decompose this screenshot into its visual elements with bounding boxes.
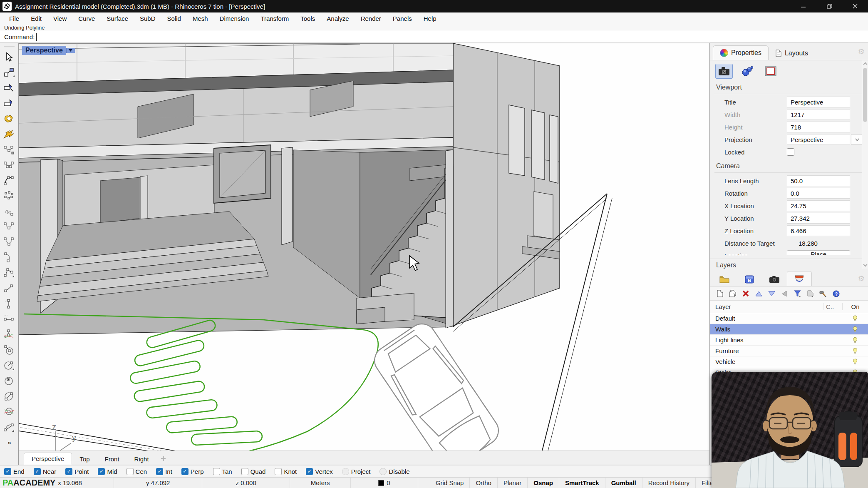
osnap-perp[interactable]: ✓Perp — [181, 468, 204, 475]
filter-layers-icon[interactable] — [793, 289, 802, 298]
tab-perspective[interactable]: Perspective — [24, 453, 72, 465]
projection-select[interactable]: Perspective — [787, 134, 850, 145]
tab-right[interactable]: Right — [127, 453, 156, 465]
place-camera-button[interactable]: Place — [787, 250, 850, 255]
circle-tangent-lines-icon[interactable] — [2, 404, 16, 419]
trim-icon[interactable] — [2, 80, 16, 96]
toggle-planar[interactable]: Planar — [498, 478, 528, 488]
layer-row-light-lines[interactable]: Light lines — [710, 335, 868, 346]
layers-gear-icon[interactable]: ⚙ — [858, 274, 865, 283]
toggle-record-history[interactable]: Record History — [642, 478, 696, 488]
tab-front[interactable]: Front — [97, 453, 127, 465]
menu-mesh[interactable]: Mesh — [187, 13, 214, 24]
checkbox-checked-icon[interactable]: ✓ — [156, 468, 163, 475]
arc-blend-icon[interactable] — [2, 173, 16, 188]
menu-file[interactable]: File — [3, 13, 25, 24]
collapse-icon[interactable] — [780, 289, 789, 298]
lightbulb-on-icon[interactable] — [842, 347, 868, 354]
checkbox-checked-icon[interactable]: ✓ — [98, 468, 105, 475]
menu-transform[interactable]: Transform — [255, 13, 295, 24]
line-segments-icon[interactable] — [2, 311, 16, 327]
polyline-icon[interactable] — [2, 265, 16, 281]
split-icon[interactable] — [2, 96, 16, 111]
toolbar-grip[interactable] — [4, 46, 15, 47]
checkbox-empty-icon[interactable] — [241, 468, 248, 475]
folder-tab-icon[interactable] — [712, 273, 737, 286]
osnap-cen[interactable]: Cen — [126, 468, 147, 475]
lightbulb-on-icon[interactable] — [842, 336, 868, 344]
circle-radius-icon[interactable] — [2, 358, 16, 373]
checkbox-disabled-icon[interactable] — [342, 468, 349, 475]
osnap-tan[interactable]: Tan — [213, 468, 232, 475]
viewport[interactable]: Perspective — [18, 43, 710, 465]
osnap-int[interactable]: ✓Int — [156, 468, 172, 475]
match-layer-icon[interactable] — [806, 289, 815, 298]
osnap-end[interactable]: ✓End — [4, 468, 25, 475]
layer-row-walls[interactable]: Walls — [710, 324, 868, 335]
menu-help[interactable]: Help — [418, 13, 442, 24]
viewport-title-dropdown[interactable] — [66, 48, 75, 53]
toggle-grid-snap[interactable]: Grid Snap — [430, 478, 470, 488]
checkbox-checked-icon[interactable]: ✓ — [181, 468, 188, 475]
arc-icon[interactable] — [2, 419, 16, 435]
rebuild-curve-icon[interactable] — [2, 157, 16, 173]
circle-point-icon[interactable] — [2, 373, 16, 388]
curve-freeform-icon[interactable] — [2, 250, 16, 265]
line-normal-icon[interactable] — [2, 327, 16, 342]
sketch-curve-icon[interactable] — [2, 204, 16, 219]
viewport-canvas[interactable]: z y x — [19, 43, 709, 451]
curve-v-icon[interactable] — [2, 219, 16, 234]
osnap-disable[interactable]: Disable — [379, 468, 409, 475]
width-field[interactable]: 1217 — [787, 109, 850, 120]
lightbulb-on-icon[interactable] — [842, 358, 868, 365]
osnap-quad[interactable]: Quad — [241, 468, 266, 475]
command-input[interactable]: Command: — [0, 31, 868, 43]
osnap-near[interactable]: ✓Near — [34, 468, 57, 475]
menu-surface[interactable]: Surface — [101, 13, 134, 24]
units-cell[interactable]: Meters — [290, 478, 350, 488]
locked-checkbox[interactable] — [787, 148, 794, 156]
move-copy-icon[interactable] — [2, 65, 16, 80]
menu-render[interactable]: Render — [355, 13, 387, 24]
smash-icon[interactable] — [2, 127, 16, 142]
circle-diameter-icon[interactable] — [2, 388, 16, 404]
more-tools-chevron[interactable]: » — [2, 435, 16, 450]
osnap-point[interactable]: ✓Point — [65, 468, 89, 475]
toggle-ortho[interactable]: Ortho — [470, 478, 498, 488]
osnap-knot[interactable]: Knot — [275, 468, 297, 475]
line-icon[interactable] — [2, 281, 16, 296]
delete-layer-icon[interactable] — [741, 289, 750, 298]
panel-gear-icon[interactable]: ⚙ — [858, 47, 865, 56]
title-field[interactable]: Perspective — [787, 97, 850, 107]
point-cloud-icon[interactable] — [2, 188, 16, 204]
properties-scrollbar[interactable] — [862, 60, 868, 269]
menu-panels[interactable]: Panels — [387, 13, 418, 24]
layer-tools-icon[interactable] — [818, 289, 828, 298]
x-location-field[interactable]: 24.75 — [787, 200, 850, 211]
osnap-mid[interactable]: ✓Mid — [98, 468, 117, 475]
checkbox-checked-icon[interactable]: ✓ — [65, 468, 72, 475]
checkbox-empty-icon[interactable] — [275, 468, 282, 475]
viewport-properties-icon[interactable] — [715, 64, 733, 79]
menu-subd[interactable]: SubD — [134, 13, 161, 24]
z-location-field[interactable]: 6.466 — [787, 225, 850, 236]
y-location-field[interactable]: 27.342 — [787, 213, 850, 224]
checkbox-disabled-icon[interactable] — [379, 468, 387, 475]
menu-tools[interactable]: Tools — [295, 13, 321, 24]
viewport-title-label[interactable]: Perspective — [22, 46, 66, 55]
active-layer-cell[interactable]: 0 — [351, 478, 418, 488]
restore-button[interactable] — [816, 0, 842, 12]
checkbox-empty-icon[interactable] — [126, 468, 134, 475]
circle-tangent-icon[interactable] — [2, 342, 16, 358]
toggle-osnap[interactable]: Osnap — [528, 478, 559, 488]
menu-curve[interactable]: Curve — [72, 13, 101, 24]
tab-properties[interactable]: Properties — [713, 45, 769, 60]
osnap-project[interactable]: Project — [342, 468, 371, 475]
checkbox-checked-icon[interactable]: ✓ — [4, 468, 11, 475]
height-field[interactable]: 718 — [787, 122, 850, 132]
minimize-button[interactable] — [791, 0, 816, 12]
layer-row-default[interactable]: Default — [710, 313, 868, 324]
lens-field[interactable]: 50.0 — [787, 175, 850, 186]
layer-row-furnture[interactable]: Furnture — [710, 346, 868, 356]
new-sublayer-icon[interactable] — [728, 289, 737, 298]
